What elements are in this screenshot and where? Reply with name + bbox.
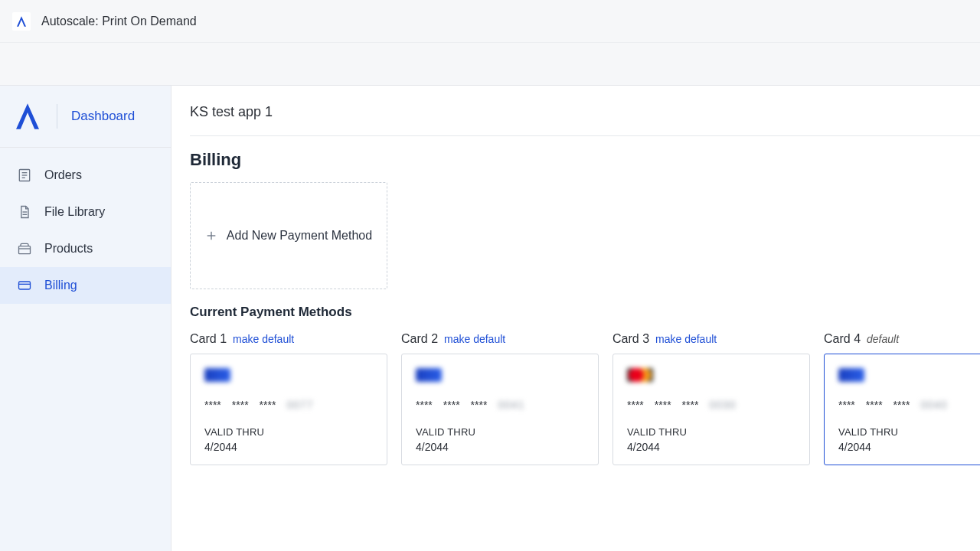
plus-icon xyxy=(205,230,217,242)
payment-card[interactable]: **** **** **** 0041 VALID THRU 4/2044 xyxy=(401,354,599,465)
sidebar-nav: Orders File Library Products Billing xyxy=(0,148,171,304)
payment-card[interactable]: **** **** **** 0077 VALID THRU 4/2044 xyxy=(190,354,387,465)
sidebar-item-label: Orders xyxy=(44,168,82,182)
file-icon xyxy=(17,204,32,220)
section-title: Billing xyxy=(190,150,980,170)
valid-thru-label: VALID THRU xyxy=(416,426,584,438)
card-number: **** **** **** 0077 xyxy=(204,399,373,411)
valid-thru-label: VALID THRU xyxy=(204,426,373,438)
sidebar: Dashboard Orders File Library Products B… xyxy=(0,86,172,551)
card-name: Card 4 xyxy=(824,332,861,346)
card-name: Card 3 xyxy=(612,332,649,346)
payment-card-col: Card 4 default **** **** **** 0040 VALID… xyxy=(824,332,980,465)
svg-rect-6 xyxy=(19,246,31,254)
sidebar-item-billing[interactable]: Billing xyxy=(0,267,171,304)
card-name: Card 2 xyxy=(401,332,438,346)
valid-thru-date: 4/2044 xyxy=(627,441,795,453)
card-brand-icon xyxy=(838,368,864,382)
card-number: **** **** **** 0040 xyxy=(838,399,980,411)
payment-cards-row: Card 1 make default **** **** **** 0077 … xyxy=(190,332,980,465)
brand-logo-icon xyxy=(12,101,43,132)
topbar: Autoscale: Print On Demand xyxy=(0,0,980,43)
sidebar-item-label: File Library xyxy=(44,205,105,219)
sidebar-item-file-library[interactable]: File Library xyxy=(0,194,171,230)
add-payment-method-button[interactable]: Add New Payment Method xyxy=(190,182,387,289)
dashboard-link[interactable]: Dashboard xyxy=(71,109,135,124)
default-badge: default xyxy=(867,333,899,345)
sidebar-header[interactable]: Dashboard xyxy=(0,86,171,148)
sidebar-item-label: Products xyxy=(44,242,93,256)
card-brand-icon xyxy=(416,368,442,382)
app-name: KS test app 1 xyxy=(190,104,980,136)
app-title: Autoscale: Print On Demand xyxy=(41,15,197,28)
make-default-link[interactable]: make default xyxy=(655,333,717,345)
valid-thru-date: 4/2044 xyxy=(416,441,584,453)
orders-icon xyxy=(17,168,32,183)
sub-toolbar xyxy=(0,43,980,86)
payment-card-col: Card 2 make default **** **** **** 0041 … xyxy=(401,332,599,465)
divider xyxy=(57,104,57,129)
make-default-link[interactable]: make default xyxy=(444,333,505,345)
valid-thru-label: VALID THRU xyxy=(838,426,980,438)
app-logo-icon xyxy=(12,12,31,31)
card-number: **** **** **** 0041 xyxy=(416,399,584,411)
add-payment-method-label: Add New Payment Method xyxy=(227,229,372,243)
card-brand-icon xyxy=(204,368,230,382)
card-number: **** **** **** 0030 xyxy=(627,399,795,411)
payment-card[interactable]: **** **** **** 0030 VALID THRU 4/2044 xyxy=(612,354,810,465)
payment-card-col: Card 1 make default **** **** **** 0077 … xyxy=(190,332,387,465)
payment-card-col: Card 3 make default **** **** **** 0030 … xyxy=(612,332,810,465)
make-default-link[interactable]: make default xyxy=(233,333,294,345)
valid-thru-date: 4/2044 xyxy=(204,441,373,453)
sidebar-item-label: Billing xyxy=(44,279,77,292)
card-brand-icon xyxy=(627,368,653,382)
svg-rect-7 xyxy=(19,282,31,289)
main-content: KS test app 1 Billing Add New Payment Me… xyxy=(172,86,980,551)
sidebar-item-products[interactable]: Products xyxy=(0,230,171,267)
billing-icon xyxy=(17,278,32,293)
payment-card[interactable]: **** **** **** 0040 VALID THRU 4/2044 xyxy=(824,354,980,465)
card-name: Card 1 xyxy=(190,332,227,346)
products-icon xyxy=(17,241,32,256)
valid-thru-date: 4/2044 xyxy=(838,441,980,453)
valid-thru-label: VALID THRU xyxy=(627,426,795,438)
sidebar-item-orders[interactable]: Orders xyxy=(0,157,171,194)
subsection-title: Current Payment Methods xyxy=(190,305,980,320)
